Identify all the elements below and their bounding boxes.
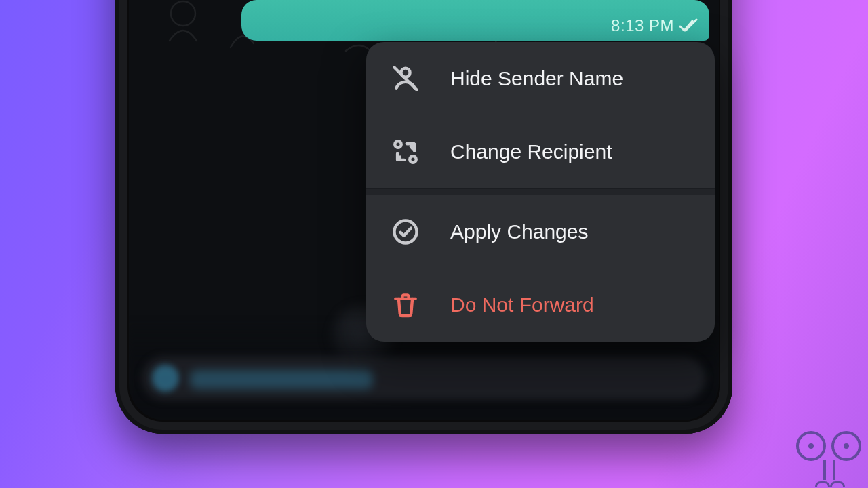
- menu-item-label: Hide Sender Name: [450, 67, 623, 90]
- menu-item-label: Do Not Forward: [450, 293, 594, 317]
- svg-point-6: [410, 156, 416, 163]
- menu-item-do-not-forward[interactable]: Do Not Forward: [366, 268, 715, 342]
- menu-item-hide-sender[interactable]: Hide Sender Name: [366, 42, 715, 115]
- menu-item-label: Apply Changes: [450, 220, 588, 243]
- watermark-logo: [796, 431, 861, 487]
- message-meta: 8:13 PM: [611, 16, 698, 35]
- trash-icon: [389, 289, 422, 321]
- message-time: 8:13 PM: [611, 16, 674, 35]
- check-circle-icon: [389, 216, 422, 248]
- menu-item-apply-changes[interactable]: Apply Changes: [366, 195, 715, 268]
- read-ticks-icon: [678, 18, 698, 33]
- sent-message-bubble[interactable]: 8:13 PM: [241, 0, 709, 41]
- menu-item-change-recipient[interactable]: Change Recipient: [366, 115, 715, 188]
- avatar-blurred: [152, 365, 179, 392]
- menu-divider: [366, 188, 715, 195]
- svg-point-5: [395, 141, 401, 148]
- swap-icon: [389, 136, 422, 168]
- menu-item-label: Change Recipient: [450, 140, 612, 163]
- input-text-blurred: [190, 370, 373, 389]
- user-off-icon: [389, 62, 422, 95]
- forward-options-menu: Hide Sender Name Change Recipient Apply …: [366, 42, 715, 342]
